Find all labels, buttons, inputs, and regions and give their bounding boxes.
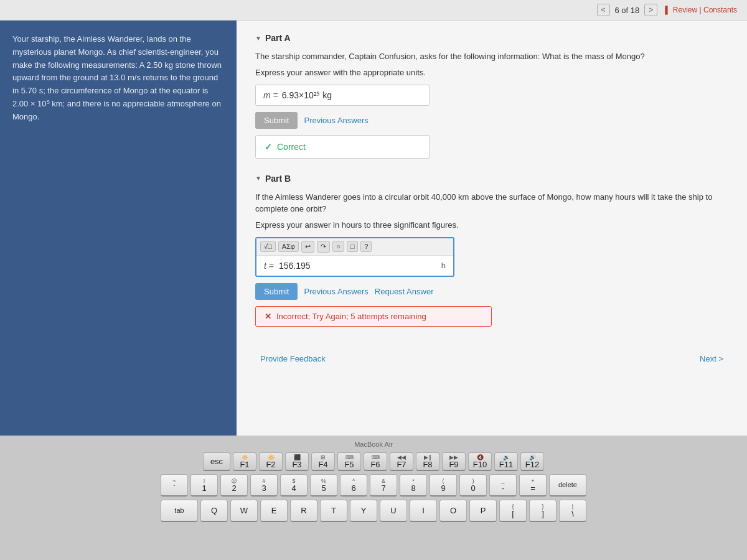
key-3[interactable]: #3 — [250, 474, 278, 497]
request-answer-link[interactable]: Request Answer — [375, 287, 434, 296]
keyboard-area: MacBook Air esc 🔅F1 🔆F2 ⬛F3 ⊞F4 ⌨F5 ⌨F6 … — [0, 436, 747, 560]
problem-panel: Your starship, the Aimless Wanderer, lan… — [0, 21, 237, 436]
key-f4[interactable]: ⊞F4 — [311, 452, 335, 471]
key-f5[interactable]: ⌨F5 — [337, 452, 361, 471]
key-u[interactable]: U — [380, 500, 407, 522]
key-y[interactable]: Y — [350, 500, 377, 522]
part-a-submit-row: Submit Previous Answers — [255, 112, 728, 129]
key-f2[interactable]: 🔆F2 — [259, 452, 283, 471]
key-9[interactable]: (9 — [430, 474, 457, 497]
page-indicator: 6 of 18 — [615, 6, 640, 15]
next-arrow[interactable]: > — [644, 4, 657, 16]
part-b-eq-label: t = — [264, 261, 274, 271]
part-a-section: ▼ Part A The starship commander, Captain… — [255, 33, 728, 159]
key-esc[interactable]: esc — [203, 452, 230, 471]
key-f7[interactable]: ◀◀F7 — [390, 452, 413, 471]
key-7[interactable]: &7 — [370, 474, 397, 497]
toolbar-sigma-icon[interactable]: AΣφ — [278, 241, 299, 252]
checkmark-icon: ✓ — [265, 142, 272, 152]
toolbar-redo-icon[interactable]: ↷ — [317, 241, 330, 253]
prev-arrow[interactable]: < — [597, 4, 610, 16]
key-4[interactable]: $4 — [280, 474, 308, 497]
key-w[interactable]: W — [230, 500, 258, 522]
number-row: ~` !1 @2 #3 $4 %5 ^6 &7 *8 (9 )0 _- += d… — [6, 474, 741, 497]
part-b-arrow-icon: ▼ — [255, 175, 261, 182]
part-b-prev-answers-link[interactable]: Previous Answers — [304, 287, 368, 296]
key-equals[interactable]: += — [519, 474, 547, 497]
part-a-correct-box: ✓ Correct — [255, 135, 430, 159]
fn-key-row: esc 🔅F1 🔆F2 ⬛F3 ⊞F4 ⌨F5 ⌨F6 ◀◀F7 ▶||F8 ▶… — [6, 452, 741, 471]
key-f1[interactable]: 🔅F1 — [233, 452, 256, 471]
bottom-footer: Provide Feedback Next > — [255, 342, 728, 366]
part-b-section: ▼ Part B If the Aimless Wanderer goes in… — [255, 174, 728, 327]
keyboard-label: MacBook Air — [6, 441, 741, 448]
part-a-header[interactable]: ▼ Part A — [255, 33, 728, 43]
key-f10[interactable]: 🔇F10 — [468, 452, 492, 471]
key-5[interactable]: %5 — [310, 474, 337, 497]
key-f11[interactable]: 🔉F11 — [494, 452, 518, 471]
part-a-arrow-icon: ▼ — [255, 35, 261, 42]
part-b-submit-row: Submit Previous Answers Request Answer — [255, 283, 728, 300]
key-tab[interactable]: tab — [161, 500, 198, 522]
part-b-input-field[interactable]: t = 156.195 h — [256, 256, 453, 276]
key-r[interactable]: R — [290, 500, 317, 522]
part-b-incorrect-label: Incorrect; Try Again; 5 attempts remaini… — [276, 312, 426, 321]
toolbar-circle-icon[interactable]: ○ — [332, 241, 344, 252]
key-8[interactable]: *8 — [400, 474, 427, 497]
key-o[interactable]: O — [439, 500, 467, 522]
key-i[interactable]: I — [410, 500, 437, 522]
part-a-prev-answers-link[interactable]: Previous Answers — [304, 116, 368, 125]
part-b-incorrect-box: ✕ Incorrect; Try Again; 5 attempts remai… — [255, 306, 492, 327]
key-t[interactable]: T — [320, 500, 347, 522]
key-p[interactable]: P — [469, 500, 497, 522]
key-backslash[interactable]: |\ — [559, 500, 586, 522]
part-b-express: Express your answer in hours to three si… — [255, 220, 728, 230]
part-a-submit-button[interactable]: Submit — [255, 112, 298, 129]
part-a-answer-value: 6.93×10²⁵ kg — [282, 90, 332, 100]
part-a-express: Express your answer with the appropriate… — [255, 68, 728, 77]
toolbar-sqrt-icon[interactable]: √□ — [260, 241, 276, 252]
key-0[interactable]: )0 — [459, 474, 487, 497]
part-b-submit-button[interactable]: Submit — [255, 283, 298, 300]
qwerty-row: tab Q W E R T Y U I O P {[ }] |\ — [6, 500, 741, 522]
review-constants-link[interactable]: ▐ Review | Constants — [662, 6, 737, 14]
key-backtick[interactable]: ~` — [161, 474, 188, 497]
toolbar-undo-icon[interactable]: ↩ — [301, 241, 314, 253]
key-bracket-right[interactable]: }] — [529, 500, 557, 522]
problem-text: Your starship, the Aimless Wanderer, lan… — [12, 33, 224, 124]
key-f8[interactable]: ▶||F8 — [416, 452, 439, 471]
key-minus[interactable]: _- — [489, 474, 517, 497]
content-wrapper: Your starship, the Aimless Wanderer, lan… — [0, 21, 747, 436]
part-b-header[interactable]: ▼ Part B — [255, 174, 728, 184]
key-2[interactable]: @2 — [220, 474, 248, 497]
key-f9[interactable]: ▶▶F9 — [442, 452, 466, 471]
next-button[interactable]: Next > — [700, 354, 723, 363]
part-a-label: Part A — [265, 33, 291, 43]
key-f3[interactable]: ⬛F3 — [285, 452, 309, 471]
part-b-answer-unit: h — [441, 261, 446, 270]
key-1[interactable]: !1 — [190, 474, 218, 497]
nav-controls: < 6 of 18 > ▐ Review | Constants — [597, 4, 737, 16]
key-e[interactable]: E — [260, 500, 288, 522]
key-6[interactable]: ^6 — [340, 474, 367, 497]
part-a-correct-label: Correct — [277, 142, 306, 152]
part-a-question: The starship commander, Captain Confusio… — [255, 50, 728, 63]
answer-panel: ▼ Part A The starship commander, Captain… — [237, 21, 747, 436]
part-b-math-input-container: √□ AΣφ ↩ ↷ ○ □ ? t = 156.195 h — [255, 237, 454, 277]
x-mark-icon: ✕ — [265, 312, 271, 321]
feedback-link[interactable]: Provide Feedback — [260, 354, 326, 363]
part-a-answer-box: m = 6.93×10²⁵ kg — [255, 85, 430, 106]
key-f12[interactable]: 🔊F12 — [520, 452, 544, 471]
key-bracket-left[interactable]: {[ — [499, 500, 527, 522]
top-bar: < 6 of 18 > ▐ Review | Constants — [0, 0, 747, 21]
bookmark-icon: ▐ — [662, 6, 668, 14]
key-q[interactable]: Q — [200, 500, 228, 522]
part-a-eq-label: m = — [263, 90, 278, 100]
toolbar-square-icon[interactable]: □ — [347, 241, 359, 252]
math-toolbar: √□ AΣφ ↩ ↷ ○ □ ? — [256, 238, 453, 256]
key-f6[interactable]: ⌨F6 — [364, 452, 387, 471]
key-delete[interactable]: delete — [549, 474, 586, 497]
part-b-question: If the Aimless Wanderer goes into a circ… — [255, 191, 728, 215]
part-b-answer-value: 156.195 — [279, 261, 436, 271]
toolbar-help-icon[interactable]: ? — [360, 241, 372, 252]
